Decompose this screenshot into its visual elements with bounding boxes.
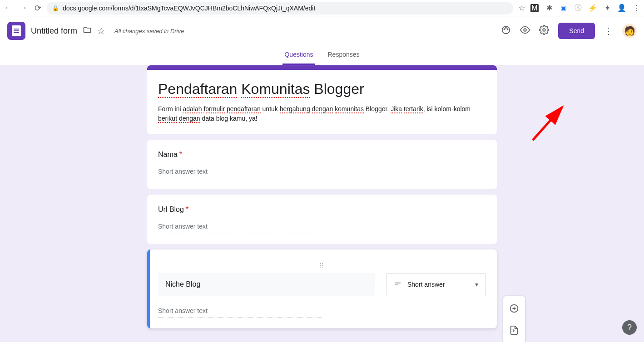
tab-questions[interactable]: Questions — [282, 45, 315, 65]
help-button[interactable]: ? — [622, 320, 637, 335]
document-title[interactable]: Untitled form — [31, 26, 77, 36]
annotation-arrow — [526, 102, 571, 147]
answer-placeholder: Short answer text — [158, 223, 322, 233]
required-asterisk: * — [179, 151, 182, 158]
forward-icon[interactable]: → — [19, 3, 27, 13]
import-questions-button[interactable] — [505, 321, 523, 339]
answer-placeholder: Short answer text — [158, 307, 322, 318]
tabs: Questions Responses — [0, 45, 644, 65]
question-card-active[interactable]: ⠿ Short answer ▾ Short answer text — [147, 249, 497, 328]
chevron-down-icon: ▾ — [475, 281, 478, 288]
svg-point-3 — [507, 29, 508, 29]
answer-placeholder: Short answer text — [158, 168, 322, 178]
ext-bug-icon[interactable]: ✱ — [545, 4, 553, 12]
back-icon[interactable]: ← — [4, 3, 12, 13]
svg-point-2 — [505, 27, 506, 28]
save-status: All changes saved in Drive — [114, 28, 184, 34]
question-type-label: Short answer — [407, 281, 445, 288]
lock-icon: 🔒 — [52, 5, 59, 11]
avatar[interactable]: 🧑 — [622, 24, 637, 38]
main-content: Pendaftaran Komunitas Blogger Form ini a… — [0, 65, 644, 342]
more-icon[interactable]: ⋮ — [604, 25, 613, 36]
question-card[interactable]: Url Blog* Short answer text — [147, 195, 497, 244]
question-card[interactable]: Nama* Short answer text — [147, 140, 497, 189]
ext-m-icon[interactable]: M — [530, 4, 539, 12]
reload-icon[interactable]: ⟳ — [35, 3, 41, 13]
short-answer-icon — [394, 280, 402, 289]
address-bar[interactable]: 🔒 docs.google.com/forms/d/1txaSMgTcvaEQW… — [47, 2, 513, 15]
url-text: docs.google.com/forms/d/1txaSMgTcvaEQWJv… — [63, 5, 315, 12]
star-icon[interactable]: ☆ — [97, 25, 105, 36]
form-title[interactable]: Pendaftaran Komunitas Blogger — [158, 80, 486, 99]
palette-icon[interactable] — [501, 25, 511, 37]
floating-toolbar — [503, 296, 525, 342]
ext-q-icon[interactable]: ◉ — [560, 4, 568, 12]
folder-icon[interactable] — [83, 25, 92, 37]
svg-point-4 — [524, 29, 527, 31]
gear-icon[interactable] — [539, 25, 549, 37]
preview-icon[interactable] — [520, 25, 530, 37]
send-button[interactable]: Send — [558, 23, 595, 39]
browser-toolbar: ← → ⟳ 🔒 docs.google.com/forms/d/1txaSMgT… — [0, 0, 644, 16]
ext-k-icon[interactable]: Ⓚ — [574, 4, 582, 12]
add-question-button[interactable] — [505, 299, 523, 318]
ext-bolt-icon[interactable]: ⚡ — [589, 4, 597, 12]
question-title-input[interactable] — [158, 273, 375, 296]
svg-point-1 — [504, 29, 505, 29]
form-description[interactable]: Form ini adalah formulir pendaftaran unt… — [158, 104, 486, 123]
tab-responses[interactable]: Responses — [326, 45, 362, 65]
profile-icon[interactable]: 👤 — [618, 4, 626, 12]
required-asterisk: * — [186, 205, 188, 213]
chrome-menu-icon[interactable]: ⋮ — [632, 4, 640, 12]
bookmark-star-icon[interactable]: ☆ — [519, 4, 525, 12]
form-header-card[interactable]: Pendaftaran Komunitas Blogger Form ini a… — [147, 65, 497, 134]
extensions-icon[interactable]: ✦ — [603, 4, 611, 12]
question-title: Nama* — [158, 151, 486, 159]
app-header: Untitled form ☆ All changes saved in Dri… — [0, 16, 644, 45]
question-type-select[interactable]: Short answer ▾ — [386, 273, 486, 296]
forms-logo-icon[interactable] — [7, 22, 25, 40]
svg-point-5 — [543, 29, 546, 31]
question-title: Url Blog* — [158, 205, 486, 214]
drag-handle-icon[interactable]: ⠿ — [158, 260, 486, 273]
svg-line-20 — [533, 107, 562, 140]
